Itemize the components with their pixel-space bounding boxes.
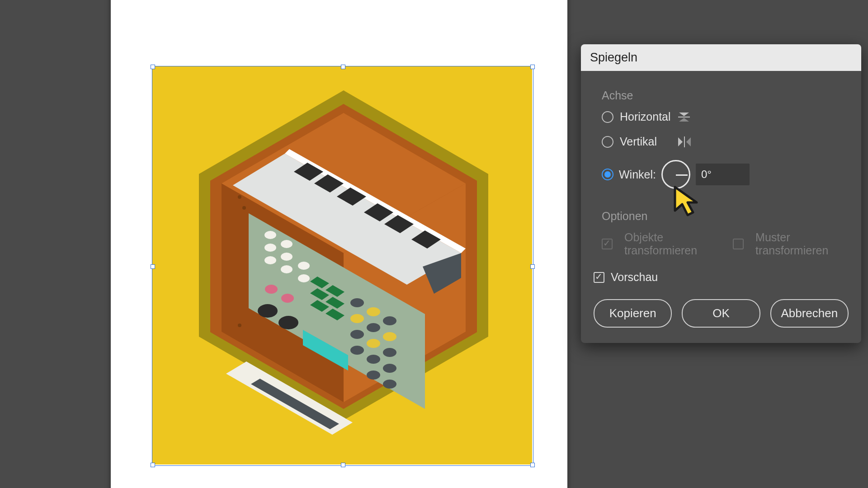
svg-point-50 — [238, 195, 241, 199]
svg-point-26 — [278, 316, 298, 329]
axis-vertical-option[interactable]: Vertikal — [602, 135, 849, 148]
copy-button[interactable]: Kopieren — [594, 299, 672, 328]
axis-horizontal-label: Horizontal — [620, 110, 671, 123]
svg-point-19 — [281, 253, 292, 261]
svg-point-36 — [383, 316, 396, 325]
svg-point-34 — [350, 298, 364, 307]
preview-label: Vorschau — [611, 271, 658, 284]
svg-marker-56 — [678, 137, 683, 146]
svg-point-23 — [265, 285, 278, 294]
radio-icon — [602, 169, 613, 180]
svg-point-44 — [367, 355, 380, 364]
svg-point-18 — [281, 240, 292, 248]
options-section-label: Optionen — [602, 210, 849, 223]
axis-angle-label: Winkel: — [619, 168, 656, 181]
svg-marker-55 — [679, 118, 689, 122]
radio-icon — [602, 136, 613, 148]
svg-point-21 — [298, 262, 310, 270]
preview-option[interactable]: Vorschau — [594, 271, 849, 284]
svg-point-37 — [350, 314, 364, 323]
svg-point-42 — [383, 348, 396, 357]
axis-horizontal-option[interactable]: Horizontal — [602, 110, 849, 123]
axis-angle-option[interactable]: Winkel: — [602, 160, 849, 189]
svg-point-16 — [264, 244, 276, 252]
svg-point-38 — [367, 323, 380, 332]
svg-marker-53 — [679, 113, 689, 116]
svg-point-20 — [281, 265, 292, 273]
transform-objects-label: Objekte transformieren — [624, 231, 721, 257]
dialog-title: Spiegeln — [581, 44, 861, 71]
angle-dial[interactable] — [661, 160, 690, 189]
svg-point-24 — [281, 294, 294, 303]
transform-patterns-checkbox — [733, 239, 744, 249]
svg-point-41 — [367, 339, 380, 348]
reflect-dialog: Spiegeln Achse Horizontal Vertikal — [581, 44, 861, 343]
cancel-button[interactable]: Abbrechen — [770, 299, 849, 328]
svg-marker-58 — [686, 137, 691, 146]
svg-point-15 — [264, 231, 276, 239]
svg-point-47 — [383, 380, 396, 389]
svg-point-22 — [298, 274, 310, 282]
horizontal-reflect-icon — [677, 111, 691, 123]
svg-point-35 — [367, 307, 380, 316]
transform-objects-checkbox — [602, 239, 613, 249]
artwork-synth[interactable] — [172, 72, 515, 461]
svg-point-17 — [264, 256, 276, 264]
svg-point-51 — [238, 324, 241, 327]
vertical-reflect-icon — [677, 136, 692, 148]
svg-point-52 — [242, 206, 246, 210]
transform-patterns-label: Muster transformieren — [755, 231, 849, 257]
svg-point-46 — [367, 371, 380, 380]
preview-checkbox[interactable] — [594, 272, 604, 283]
radio-icon — [602, 111, 613, 123]
svg-point-43 — [350, 346, 364, 355]
svg-point-39 — [383, 332, 396, 341]
axis-vertical-label: Vertikal — [620, 135, 657, 148]
axis-section-label: Achse — [602, 89, 849, 102]
svg-point-40 — [350, 330, 364, 339]
angle-input[interactable] — [696, 164, 750, 185]
ok-button[interactable]: OK — [682, 299, 760, 328]
svg-point-45 — [383, 364, 396, 373]
svg-point-25 — [258, 304, 278, 318]
